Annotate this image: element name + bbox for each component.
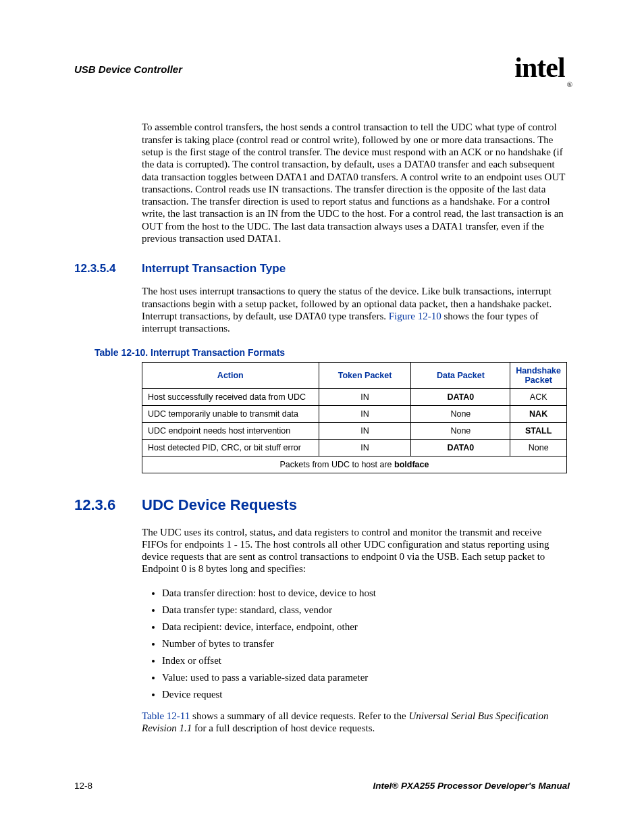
cell-hs: STALL [510,422,567,439]
footnote-text: Packets from UDC to host are [280,460,395,469]
header-title: USB Device Controller [74,63,182,75]
table-body: Host successfully received data from UDC… [142,388,567,473]
list-item: Data recipient: device, interface, endpo… [162,621,567,633]
table-wrapper: Action Token Packet Data Packet Handshak… [142,362,567,473]
list-item: Index or offset [162,655,567,667]
table-footnote: Packets from UDC to host are boldface [142,456,567,473]
table-row: Host detected PID, CRC, or bit stuff err… [142,439,567,456]
paragraph-device-requests: The UDC uses its control, status, and da… [142,526,567,575]
logo-text: intel [514,52,564,83]
list-item: Data transfer direction: host to device,… [162,588,567,599]
paragraph-interrupt-intro: The host uses interrupt transactions to … [142,285,567,334]
page-footer: 12-8 Intel® PXA255 Processor Developer's… [74,781,570,791]
col-action: Action [142,362,319,388]
cell-hs: None [510,439,567,456]
cell-action: Host detected PID, CRC, or bit stuff err… [142,439,319,456]
heading-title: Interrupt Transaction Type [142,262,286,276]
content-body: To assemble control transfers, the host … [142,121,567,244]
footer-page-number: 12-8 [74,781,92,791]
cell-token: IN [319,422,411,439]
cell-token: IN [319,439,411,456]
table-row: UDC temporarily unable to transmit data … [142,405,567,422]
paragraph-table-ref: Table 12-11 shows a summary of all devic… [142,710,567,735]
cell-action: Host successfully received data from UDC [142,388,319,405]
logo-reg: ® [567,80,572,88]
xref-table-12-11[interactable]: Table 12-11 [142,710,190,721]
content-body: The UDC uses its control, status, and da… [142,526,567,735]
col-data: Data Packet [411,362,510,388]
cell-action: UDC temporarily unable to transmit data [142,405,319,422]
bullet-list: Data transfer direction: host to device,… [142,588,567,700]
cell-hs: ACK [510,388,567,405]
cell-action: UDC endpoint needs host intervention [142,422,319,439]
cell-token: IN [319,388,411,405]
cell-data: DATA0 [411,439,510,456]
list-item: Data transfer type: standard, class, ven… [162,604,567,616]
list-item: Device request [162,689,567,700]
footer-doc-title: Intel® PXA255 Processor Developer's Manu… [373,781,570,791]
cell-data: DATA0 [411,388,510,405]
heading-number: 12.3.6 [74,496,142,514]
cell-hs: NAK [510,405,567,422]
table-footnote-row: Packets from UDC to host are boldface [142,456,567,473]
text: shows a summary of all device requests. … [190,710,408,721]
paragraph-control-transfers: To assemble control transfers, the host … [142,121,567,244]
list-item: Number of bytes to transfer [162,638,567,650]
heading-number: 12.3.5.4 [74,262,142,276]
footnote-bold: boldface [394,460,429,469]
heading-12-3-5-4: 12.3.5.4 Interrupt Transaction Type [74,262,570,276]
content-body: The host uses interrupt transactions to … [142,285,567,334]
list-item: Value: used to pass a variable-sized dat… [162,672,567,683]
cell-data: None [411,422,510,439]
page-header: USB Device Controller intel® [74,53,570,86]
heading-title: UDC Device Requests [142,496,297,514]
table-header-row: Action Token Packet Data Packet Handshak… [142,362,567,388]
table-row: Host successfully received data from UDC… [142,388,567,405]
heading-12-3-6: 12.3.6 UDC Device Requests [74,496,570,514]
page: USB Device Controller intel® To assemble… [0,0,644,834]
col-token: Token Packet [319,362,411,388]
cell-token: IN [319,405,411,422]
table-interrupt-formats: Action Token Packet Data Packet Handshak… [142,362,567,473]
cell-data: None [411,405,510,422]
intel-logo: intel® [514,51,570,84]
col-handshake: Handshake Packet [510,362,567,388]
table-caption: Table 12-10. Interrupt Transaction Forma… [95,347,570,358]
text: for a full description of host device re… [192,723,375,733]
xref-figure-12-10[interactable]: Figure 12-10 [389,311,441,321]
table-row: UDC endpoint needs host intervention IN … [142,422,567,439]
